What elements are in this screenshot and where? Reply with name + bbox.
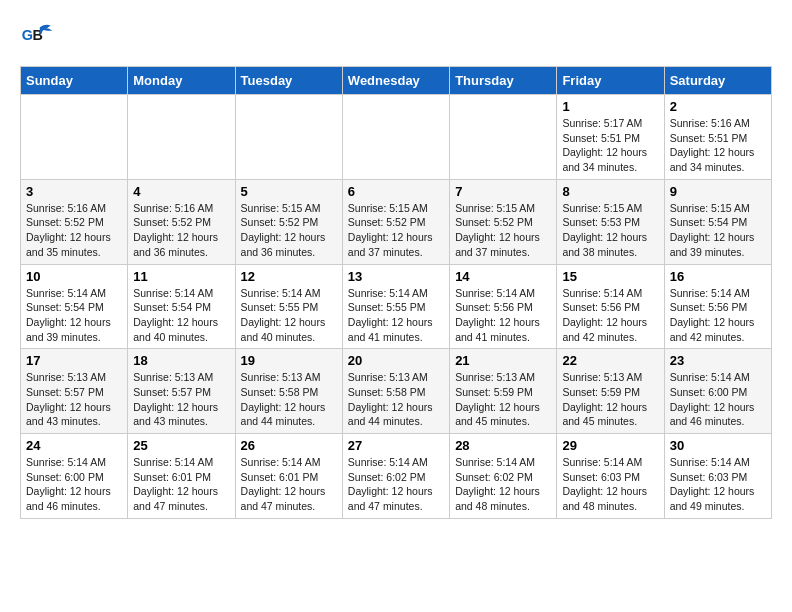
header-friday: Friday xyxy=(557,67,664,95)
day-info: Sunrise: 5:14 AMSunset: 5:55 PMDaylight:… xyxy=(241,286,337,345)
calendar-cell: 9Sunrise: 5:15 AMSunset: 5:54 PMDaylight… xyxy=(664,179,771,264)
day-info: Sunrise: 5:15 AMSunset: 5:54 PMDaylight:… xyxy=(670,201,766,260)
day-info: Sunrise: 5:16 AMSunset: 5:52 PMDaylight:… xyxy=(26,201,122,260)
calendar-week-5: 24Sunrise: 5:14 AMSunset: 6:00 PMDayligh… xyxy=(21,434,772,519)
calendar-cell: 3Sunrise: 5:16 AMSunset: 5:52 PMDaylight… xyxy=(21,179,128,264)
day-number: 3 xyxy=(26,184,122,199)
calendar-cell: 4Sunrise: 5:16 AMSunset: 5:52 PMDaylight… xyxy=(128,179,235,264)
calendar-cell: 25Sunrise: 5:14 AMSunset: 6:01 PMDayligh… xyxy=(128,434,235,519)
day-info: Sunrise: 5:14 AMSunset: 6:02 PMDaylight:… xyxy=(455,455,551,514)
day-number: 24 xyxy=(26,438,122,453)
day-number: 22 xyxy=(562,353,658,368)
day-number: 9 xyxy=(670,184,766,199)
day-info: Sunrise: 5:14 AMSunset: 5:56 PMDaylight:… xyxy=(562,286,658,345)
calendar-cell: 8Sunrise: 5:15 AMSunset: 5:53 PMDaylight… xyxy=(557,179,664,264)
calendar-week-3: 10Sunrise: 5:14 AMSunset: 5:54 PMDayligh… xyxy=(21,264,772,349)
header-monday: Monday xyxy=(128,67,235,95)
calendar-cell: 27Sunrise: 5:14 AMSunset: 6:02 PMDayligh… xyxy=(342,434,449,519)
day-number: 26 xyxy=(241,438,337,453)
header-tuesday: Tuesday xyxy=(235,67,342,95)
day-info: Sunrise: 5:13 AMSunset: 5:58 PMDaylight:… xyxy=(348,370,444,429)
day-info: Sunrise: 5:14 AMSunset: 5:54 PMDaylight:… xyxy=(133,286,229,345)
day-info: Sunrise: 5:13 AMSunset: 5:57 PMDaylight:… xyxy=(133,370,229,429)
header-saturday: Saturday xyxy=(664,67,771,95)
header-thursday: Thursday xyxy=(450,67,557,95)
calendar-cell xyxy=(235,95,342,180)
calendar-week-4: 17Sunrise: 5:13 AMSunset: 5:57 PMDayligh… xyxy=(21,349,772,434)
calendar-cell: 21Sunrise: 5:13 AMSunset: 5:59 PMDayligh… xyxy=(450,349,557,434)
calendar-cell: 5Sunrise: 5:15 AMSunset: 5:52 PMDaylight… xyxy=(235,179,342,264)
day-number: 14 xyxy=(455,269,551,284)
day-info: Sunrise: 5:16 AMSunset: 5:51 PMDaylight:… xyxy=(670,116,766,175)
day-number: 19 xyxy=(241,353,337,368)
day-number: 8 xyxy=(562,184,658,199)
day-number: 30 xyxy=(670,438,766,453)
day-number: 17 xyxy=(26,353,122,368)
day-number: 7 xyxy=(455,184,551,199)
calendar-cell xyxy=(21,95,128,180)
day-info: Sunrise: 5:13 AMSunset: 5:57 PMDaylight:… xyxy=(26,370,122,429)
logo: G B xyxy=(20,20,60,56)
day-info: Sunrise: 5:16 AMSunset: 5:52 PMDaylight:… xyxy=(133,201,229,260)
day-number: 20 xyxy=(348,353,444,368)
day-info: Sunrise: 5:15 AMSunset: 5:53 PMDaylight:… xyxy=(562,201,658,260)
day-info: Sunrise: 5:13 AMSunset: 5:59 PMDaylight:… xyxy=(455,370,551,429)
calendar-cell: 24Sunrise: 5:14 AMSunset: 6:00 PMDayligh… xyxy=(21,434,128,519)
calendar-cell: 17Sunrise: 5:13 AMSunset: 5:57 PMDayligh… xyxy=(21,349,128,434)
day-info: Sunrise: 5:13 AMSunset: 5:59 PMDaylight:… xyxy=(562,370,658,429)
day-number: 27 xyxy=(348,438,444,453)
calendar-cell: 13Sunrise: 5:14 AMSunset: 5:55 PMDayligh… xyxy=(342,264,449,349)
day-number: 6 xyxy=(348,184,444,199)
header-wednesday: Wednesday xyxy=(342,67,449,95)
calendar-cell: 22Sunrise: 5:13 AMSunset: 5:59 PMDayligh… xyxy=(557,349,664,434)
calendar-cell: 16Sunrise: 5:14 AMSunset: 5:56 PMDayligh… xyxy=(664,264,771,349)
calendar-cell xyxy=(342,95,449,180)
day-number: 10 xyxy=(26,269,122,284)
day-number: 18 xyxy=(133,353,229,368)
day-number: 13 xyxy=(348,269,444,284)
calendar-cell: 1Sunrise: 5:17 AMSunset: 5:51 PMDaylight… xyxy=(557,95,664,180)
day-info: Sunrise: 5:17 AMSunset: 5:51 PMDaylight:… xyxy=(562,116,658,175)
calendar-cell: 11Sunrise: 5:14 AMSunset: 5:54 PMDayligh… xyxy=(128,264,235,349)
calendar-cell: 20Sunrise: 5:13 AMSunset: 5:58 PMDayligh… xyxy=(342,349,449,434)
calendar-cell: 26Sunrise: 5:14 AMSunset: 6:01 PMDayligh… xyxy=(235,434,342,519)
calendar-cell: 19Sunrise: 5:13 AMSunset: 5:58 PMDayligh… xyxy=(235,349,342,434)
day-info: Sunrise: 5:14 AMSunset: 6:02 PMDaylight:… xyxy=(348,455,444,514)
calendar-cell xyxy=(450,95,557,180)
day-info: Sunrise: 5:14 AMSunset: 6:01 PMDaylight:… xyxy=(133,455,229,514)
day-number: 28 xyxy=(455,438,551,453)
day-info: Sunrise: 5:15 AMSunset: 5:52 PMDaylight:… xyxy=(241,201,337,260)
calendar-cell xyxy=(128,95,235,180)
day-info: Sunrise: 5:14 AMSunset: 5:55 PMDaylight:… xyxy=(348,286,444,345)
calendar-cell: 30Sunrise: 5:14 AMSunset: 6:03 PMDayligh… xyxy=(664,434,771,519)
day-number: 11 xyxy=(133,269,229,284)
calendar-week-2: 3Sunrise: 5:16 AMSunset: 5:52 PMDaylight… xyxy=(21,179,772,264)
calendar-cell: 10Sunrise: 5:14 AMSunset: 5:54 PMDayligh… xyxy=(21,264,128,349)
day-number: 15 xyxy=(562,269,658,284)
calendar-cell: 2Sunrise: 5:16 AMSunset: 5:51 PMDaylight… xyxy=(664,95,771,180)
day-number: 21 xyxy=(455,353,551,368)
day-number: 25 xyxy=(133,438,229,453)
calendar-cell: 7Sunrise: 5:15 AMSunset: 5:52 PMDaylight… xyxy=(450,179,557,264)
calendar-header-row: SundayMondayTuesdayWednesdayThursdayFrid… xyxy=(21,67,772,95)
logo-icon: G B xyxy=(20,20,56,56)
calendar-cell: 12Sunrise: 5:14 AMSunset: 5:55 PMDayligh… xyxy=(235,264,342,349)
day-info: Sunrise: 5:13 AMSunset: 5:58 PMDaylight:… xyxy=(241,370,337,429)
svg-text:G: G xyxy=(22,27,33,43)
calendar-cell: 23Sunrise: 5:14 AMSunset: 6:00 PMDayligh… xyxy=(664,349,771,434)
day-number: 5 xyxy=(241,184,337,199)
calendar-week-1: 1Sunrise: 5:17 AMSunset: 5:51 PMDaylight… xyxy=(21,95,772,180)
calendar-cell: 18Sunrise: 5:13 AMSunset: 5:57 PMDayligh… xyxy=(128,349,235,434)
day-info: Sunrise: 5:14 AMSunset: 5:56 PMDaylight:… xyxy=(670,286,766,345)
day-info: Sunrise: 5:14 AMSunset: 6:01 PMDaylight:… xyxy=(241,455,337,514)
day-number: 2 xyxy=(670,99,766,114)
day-info: Sunrise: 5:14 AMSunset: 5:54 PMDaylight:… xyxy=(26,286,122,345)
day-number: 29 xyxy=(562,438,658,453)
day-number: 23 xyxy=(670,353,766,368)
page-header: G B xyxy=(20,20,772,56)
day-number: 12 xyxy=(241,269,337,284)
day-number: 1 xyxy=(562,99,658,114)
day-info: Sunrise: 5:15 AMSunset: 5:52 PMDaylight:… xyxy=(348,201,444,260)
calendar-cell: 14Sunrise: 5:14 AMSunset: 5:56 PMDayligh… xyxy=(450,264,557,349)
day-info: Sunrise: 5:14 AMSunset: 6:00 PMDaylight:… xyxy=(670,370,766,429)
